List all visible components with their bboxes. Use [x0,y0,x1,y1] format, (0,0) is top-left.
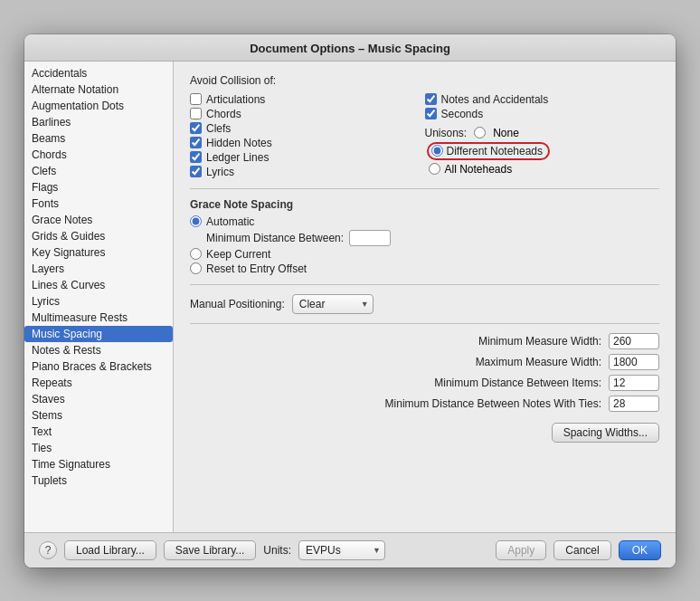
check-articulations-label: Articulations [206,93,265,106]
sidebar-item-key-signatures[interactable]: Key Signatures [24,244,173,261]
help-button[interactable]: ? [39,541,57,559]
check-clefs: Clefs [190,121,425,136]
unisons-all-row: All Noteheads [429,163,660,176]
check-ledger-lines-input[interactable] [190,151,202,163]
sidebar-item-lines---curves[interactable]: Lines & Curves [24,277,173,293]
unisons-all-radio[interactable] [429,163,440,175]
units-select[interactable]: EVPUs Inches Centimeters Points Picas Sp… [298,540,385,560]
check-lyrics-input[interactable] [190,166,202,177]
apply-button[interactable]: Apply [496,540,546,560]
check-hidden-notes: Hidden Notes [190,136,425,150]
sidebar-item-music-spacing[interactable]: Music Spacing [24,326,173,342]
field-label: Minimum Distance Between Notes With Ties… [385,397,601,410]
unisons-none-radio[interactable] [474,127,486,138]
grace-keep-label: Keep Current [206,248,270,261]
check-ledger-lines-label: Ledger Lines [206,151,269,164]
grace-keep-row: Keep Current [190,248,659,261]
sidebar-item-grids---guides[interactable]: Grids & Guides [24,228,173,244]
grace-keep-radio[interactable] [190,248,202,260]
sidebar-item-flags[interactable]: Flags [24,179,173,196]
check-ledger-lines: Ledger Lines [190,150,425,165]
unisons-different-radio[interactable] [431,145,443,157]
sidebar-item-augmentation-dots[interactable]: Augmentation Dots [24,98,173,114]
sidebar-item-stems[interactable]: Stems [24,407,173,424]
sidebar-item-beams[interactable]: Beams [24,130,173,147]
check-seconds: Seconds [425,107,660,121]
grace-reset-radio[interactable] [190,262,202,274]
sidebar-item-piano-braces---brackets[interactable]: Piano Braces & Brackets [24,358,173,375]
grace-automatic-row: Automatic [190,215,659,228]
check-lyrics: Lyrics [190,165,425,179]
divider2 [190,284,659,285]
sidebar-item-clefs[interactable]: Clefs [24,163,173,179]
divider3 [190,323,659,324]
field-input[interactable] [609,375,659,391]
check-lyrics-label: Lyrics [206,166,234,178]
unisons-none-label: None [493,127,519,139]
unisons-different-row: Different Noteheads [427,142,660,160]
dialog-body: AccidentalsAlternate NotationAugmentatio… [24,62,676,532]
sidebar-item-accidentals[interactable]: Accidentals [24,65,173,81]
unisons-label: Unisons: [425,127,468,139]
field-row-minimum-measure-widt: Minimum Measure Width: [190,333,659,349]
check-seconds-input[interactable] [425,108,437,119]
min-distance-label: Minimum Distance Between: [206,232,344,244]
field-row-minimum-distance-bet: Minimum Distance Between Notes With Ties… [190,396,659,412]
sidebar-item-time-signatures[interactable]: Time Signatures [24,456,173,472]
field-row-maximum-measure-widt: Maximum Measure Width: [190,354,659,370]
ok-button[interactable]: OK [619,540,661,560]
avoid-collision-grid: ArticulationsChordsClefsHidden NotesLedg… [190,92,659,179]
field-input[interactable] [609,396,659,412]
sidebar-item-multimeasure-rests[interactable]: Multimeasure Rests [24,310,173,326]
cancel-button[interactable]: Cancel [553,540,610,560]
sidebar-item-repeats[interactable]: Repeats [24,375,173,391]
manual-positioning-select[interactable]: Clear Keep Reset [292,294,374,314]
check-seconds-label: Seconds [441,108,484,120]
spacing-widths-button[interactable]: Spacing Widths... [552,423,659,443]
save-library-button[interactable]: Save Library... [164,540,256,560]
check-hidden-notes-label: Hidden Notes [206,137,272,149]
dialog-title: Document Options – Music Spacing [250,42,450,55]
min-distance-input[interactable]: 12 [349,230,391,246]
footer-left: ? Load Library... Save Library... Units:… [39,540,385,560]
check-notes-accidentals-input[interactable] [425,93,437,105]
avoid-col2: Notes and Accidentals Seconds Unisons: N… [425,92,660,179]
units-select-wrapper: EVPUs Inches Centimeters Points Picas Sp… [298,540,385,560]
load-library-button[interactable]: Load Library... [64,540,156,560]
different-noteheads-highlight: Different Noteheads [427,142,551,160]
footer-right: Apply Cancel OK [496,540,661,560]
avoid-collision-label: Avoid Collision of: [190,74,659,87]
field-label: Minimum Distance Between Items: [434,377,601,389]
sidebar-item-staves[interactable]: Staves [24,391,173,407]
field-input[interactable] [609,333,659,349]
avoid-col1: ArticulationsChordsClefsHidden NotesLedg… [190,92,425,179]
check-chords-input[interactable] [190,108,202,119]
sidebar-item-text[interactable]: Text [24,424,173,440]
sidebar-item-grace-notes[interactable]: Grace Notes [24,212,173,228]
check-chords-label: Chords [206,108,241,120]
dialog-title-bar: Document Options – Music Spacing [24,34,676,62]
grace-automatic-radio[interactable] [190,215,202,227]
sidebar-item-alternate-notation[interactable]: Alternate Notation [24,81,173,98]
sidebar-item-barlines[interactable]: Barlines [24,114,173,130]
dialog-footer: ? Load Library... Save Library... Units:… [24,532,676,568]
unisons-row: Unisons: None [425,127,660,139]
check-hidden-notes-input[interactable] [190,137,202,148]
grace-note-title: Grace Note Spacing [190,198,659,211]
field-row-minimum-distance-bet: Minimum Distance Between Items: [190,375,659,391]
grace-reset-row: Reset to Entry Offset [190,262,659,275]
sidebar-item-ties[interactable]: Ties [24,440,173,456]
sidebar-item-notes---rests[interactable]: Notes & Rests [24,342,173,358]
sidebar-item-fonts[interactable]: Fonts [24,196,173,212]
sidebar-item-lyrics[interactable]: Lyrics [24,293,173,310]
sidebar-item-chords[interactable]: Chords [24,147,173,163]
grace-automatic-label: Automatic [206,215,254,228]
divider1 [190,188,659,189]
min-distance-row: Minimum Distance Between: 12 [206,230,659,246]
field-label: Minimum Measure Width: [478,335,601,348]
sidebar-item-tuplets[interactable]: Tuplets [24,472,173,489]
field-input[interactable] [609,354,659,370]
sidebar-item-layers[interactable]: Layers [24,261,173,277]
check-articulations-input[interactable] [190,93,202,105]
check-clefs-input[interactable] [190,122,202,134]
